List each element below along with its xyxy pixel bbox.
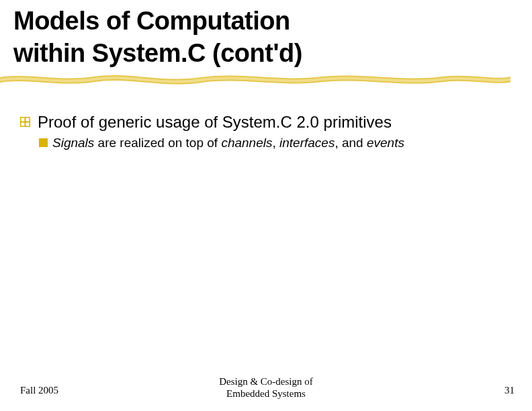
- svg-rect-1: [21, 118, 25, 122]
- title-underline-icon: [0, 71, 511, 89]
- footer-center-l2: Embedded Systems: [226, 388, 306, 399]
- bullet-level-2: Signals are realized on top of channels,…: [20, 136, 511, 150]
- title-line-1: Models of Computation: [13, 7, 290, 35]
- content-area: Proof of generic usage of System.C 2.0 p…: [20, 113, 511, 150]
- l1-text: Proof of generic usage of System.C 2.0 p…: [38, 113, 392, 131]
- svg-rect-2: [26, 118, 30, 122]
- bullet-level-1: Proof of generic usage of System.C 2.0 p…: [20, 113, 511, 132]
- l2-italic-1: Signals: [52, 136, 94, 150]
- l2-italic-2: channels: [221, 136, 272, 150]
- l2-italic-3: interfaces: [279, 136, 335, 150]
- title-line-2: within System.C (cont'd): [13, 39, 302, 67]
- footer-center-l1: Design & Co-design of: [219, 376, 313, 387]
- svg-rect-3: [21, 123, 25, 126]
- footer-center: Design & Co-design of Embedded Systems: [0, 375, 532, 401]
- square-bullet-icon: [39, 138, 48, 147]
- l2-t2: ,: [272, 136, 279, 150]
- page-title: Models of Computation within System.C (c…: [13, 5, 302, 69]
- l2-t1: are realized on top of: [94, 136, 221, 150]
- l2-text: Signals are realized on top of channels,…: [52, 136, 404, 150]
- window-bullet-icon: [20, 117, 30, 127]
- l2-italic-4: events: [367, 136, 404, 150]
- l2-t3: , and: [335, 136, 367, 150]
- footer-right: 31: [504, 385, 515, 396]
- title-block: Models of Computation within System.C (c…: [13, 5, 302, 69]
- svg-rect-4: [26, 123, 30, 126]
- slide: Models of Computation within System.C (c…: [0, 0, 532, 411]
